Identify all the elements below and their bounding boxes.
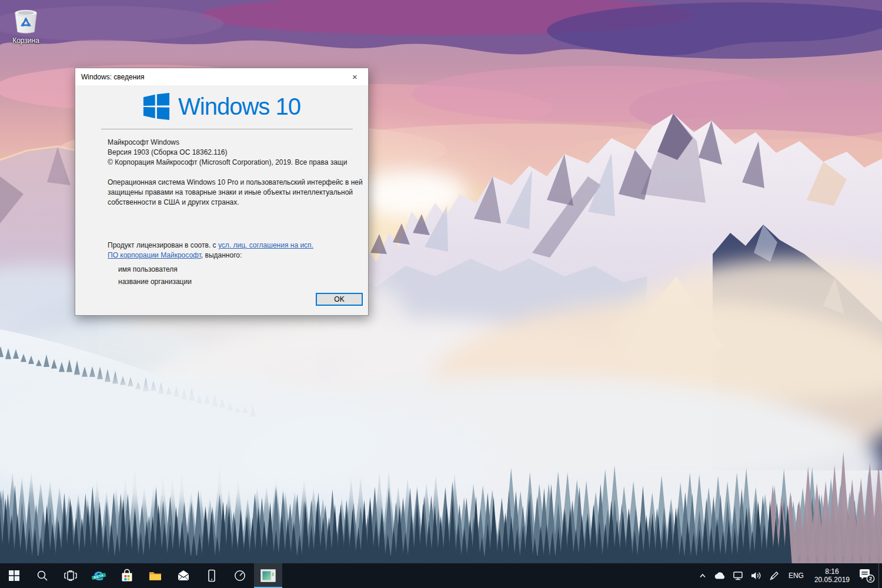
- task-view-icon: [64, 570, 77, 581]
- licensee-user: имя пользователя: [118, 265, 368, 275]
- chevron-up-icon: [698, 571, 707, 580]
- about-windows-dialog: Windows: сведения × Windows 10 Майкрософ…: [75, 68, 369, 316]
- recycle-bin-label: Корзина: [4, 36, 48, 45]
- gauge-button[interactable]: [226, 563, 254, 588]
- recycle-bin-icon: [11, 5, 41, 35]
- dialog-titlebar[interactable]: Windows: сведения ×: [75, 68, 368, 85]
- licensee-org: название организации: [118, 277, 368, 287]
- windows-10-logotype: Windows 10: [178, 93, 300, 120]
- your-phone-icon: [205, 569, 219, 583]
- language-indicator[interactable]: ENG: [783, 563, 809, 588]
- taskbar-empty-area: [282, 563, 695, 588]
- dialog-title: Windows: сведения: [75, 73, 342, 81]
- mail-icon: [176, 569, 191, 583]
- file-explorer-icon: [148, 569, 162, 583]
- start-button[interactable]: [0, 563, 28, 588]
- copyright-line: © Корпорация Майкрософт (Microsoft Corpo…: [108, 158, 368, 168]
- close-icon: ×: [352, 72, 358, 82]
- action-center-icon: 2: [858, 567, 876, 584]
- license-suffix: , выданного:: [201, 251, 242, 259]
- volume-tray-button[interactable]: [747, 563, 766, 588]
- search-button[interactable]: [28, 563, 56, 588]
- close-button[interactable]: ×: [342, 68, 368, 85]
- clock[interactable]: 8:16 20.05.2019: [809, 563, 855, 588]
- clock-time: 8:16: [814, 567, 850, 576]
- edge-beta-button[interactable]: e BETA: [85, 563, 113, 588]
- gauge-icon: [233, 569, 246, 582]
- about-window-icon: [260, 569, 276, 582]
- license-paragraph: Продукт лицензирован в соотв. с усл. лиц…: [108, 240, 369, 260]
- ok-button[interactable]: OK: [316, 293, 363, 306]
- store-icon: [120, 569, 134, 583]
- license-link-2[interactable]: ПО корпорации Майкрософт: [108, 251, 201, 259]
- task-view-button[interactable]: [56, 563, 85, 588]
- show-desktop-button[interactable]: [878, 563, 882, 588]
- volume-icon: [750, 570, 763, 582]
- version-line: Версия 1903 (Сборка ОС 18362.116): [108, 148, 368, 158]
- store-button[interactable]: [113, 563, 141, 588]
- desktop-icon-recycle-bin[interactable]: Корзина: [4, 5, 48, 45]
- windows-banner: Windows 10: [75, 85, 368, 128]
- windows-ink-tray-button[interactable]: [766, 563, 783, 588]
- onedrive-tray-button[interactable]: [710, 563, 729, 588]
- product-line: Майкрософт Windows: [108, 138, 368, 148]
- taskbar: e BETA: [0, 563, 882, 588]
- action-center-button[interactable]: 2: [855, 563, 878, 588]
- file-explorer-button[interactable]: [141, 563, 169, 588]
- taskbar-button-about-windows[interactable]: [254, 563, 282, 588]
- tray-overflow-button[interactable]: [695, 563, 710, 588]
- edge-beta-icon: e BETA: [91, 567, 107, 584]
- windows-flag-icon: [143, 93, 170, 120]
- trademark-paragraph: Операционная система Windows 10 Pro и по…: [108, 178, 369, 208]
- desktop-screen: Корзина Windows: сведения × Windows 10 М…: [0, 0, 882, 588]
- clock-date: 20.05.2019: [814, 576, 850, 584]
- onedrive-cloud-icon: [713, 570, 726, 581]
- pen-icon: [769, 570, 780, 582]
- mail-button[interactable]: [169, 563, 198, 588]
- network-tray-button[interactable]: [729, 563, 747, 588]
- dialog-body: Майкрософт Windows Версия 1903 (Сборка О…: [75, 129, 368, 311]
- search-icon: [36, 570, 48, 582]
- license-link-1[interactable]: усл. лиц. соглашения на исп.: [218, 241, 313, 249]
- network-icon: [732, 570, 744, 581]
- start-icon: [9, 570, 19, 581]
- svg-text:2: 2: [869, 576, 872, 582]
- your-phone-button[interactable]: [198, 563, 226, 588]
- system-tray: ENG 8:16 20.05.2019 2: [695, 563, 882, 588]
- license-prefix: Продукт лицензирован в соотв. с: [108, 241, 218, 249]
